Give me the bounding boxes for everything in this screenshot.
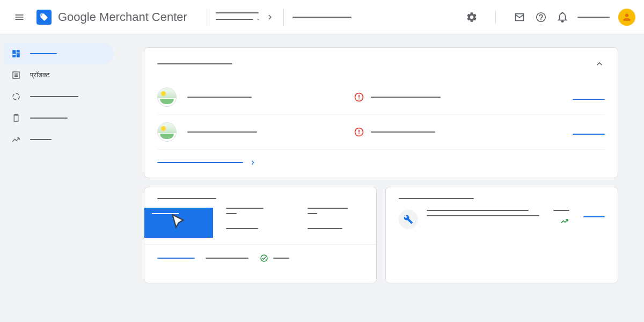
issue-row[interactable] [157,115,605,150]
hamburger-icon [14,12,25,23]
sidebar-item-growth[interactable] [4,129,114,150]
sidebar-item-diagnostics[interactable] [4,86,114,107]
issue-name [187,97,252,98]
stats-card [144,187,377,283]
help-button[interactable] [535,11,547,24]
issue-name [187,131,257,133]
error-icon [354,92,364,103]
trending-up-icon [11,134,21,145]
issue-row[interactable] [157,80,605,115]
help-icon [535,11,547,23]
card-title [157,198,216,199]
app-logo [36,10,52,25]
stat-value [226,213,237,214]
svg-point-4 [261,255,267,261]
chevron-up-icon [594,58,605,69]
sidebar-item-label [30,96,78,97]
header-text [292,17,352,18]
mail-button[interactable] [513,11,526,24]
status-text [273,258,289,259]
settings-button[interactable] [465,11,478,24]
issue-action-link[interactable] [573,99,605,100]
svg-point-0 [537,12,546,21]
insight-meta [553,210,569,211]
user-avatar[interactable] [618,9,635,26]
tag-icon [40,13,48,21]
divider [495,11,496,24]
sidebar-item-label [30,139,52,140]
issue-action-link[interactable] [573,134,605,135]
stat-label [308,208,348,209]
bell-icon [557,11,568,23]
gear-icon [466,11,478,23]
sidebar-item-label: प्रॉडक्ट [30,71,49,79]
insights-card [385,187,618,283]
issue-description [371,131,435,133]
error-icon [354,127,364,137]
highlighted-tile[interactable] [144,208,213,238]
tool-avatar [399,210,418,229]
app-title: Google Merchant Center [58,10,187,24]
notifications-button[interactable] [556,11,569,24]
check-circle-icon [259,253,269,263]
card-title [157,63,232,64]
sidebar-item-marketing[interactable] [4,107,114,129]
stats-text [206,258,248,259]
divider [283,9,284,26]
clipboard-icon [11,113,21,123]
caret-down-icon [255,17,261,22]
user-name [577,17,610,18]
chevron-right-icon [248,158,257,167]
sidebar-item-products[interactable]: प्रॉडक्ट [4,64,114,86]
view-all-link[interactable] [157,150,605,167]
circle-dash-icon [11,91,21,102]
cursor-icon [168,212,189,233]
trending-up-icon [560,216,569,226]
card-title [399,198,474,199]
person-icon [621,12,632,23]
issues-card [144,47,618,178]
divider [207,9,207,26]
stat-label [226,208,264,209]
sidebar-item-label [30,53,57,54]
mail-icon [514,11,525,23]
stat-label [226,228,258,229]
collapse-button[interactable] [594,58,605,69]
app-header: Google Merchant Center [0,0,644,34]
account-switcher[interactable] [216,12,275,22]
stats-link[interactable] [157,258,195,259]
main-content [118,34,644,322]
stat-label [308,228,342,229]
dashboard-icon [11,48,21,59]
issue-description [371,97,441,98]
product-thumbnail [157,122,177,142]
menu-button[interactable] [9,6,30,28]
insight-title [427,210,529,211]
product-thumbnail [157,87,177,107]
chevron-right-icon [265,12,275,22]
sidebar-item-overview[interactable] [4,43,114,64]
insight-link[interactable] [583,216,605,217]
insight-description [427,215,539,216]
sidebar-item-label [30,118,68,119]
wrench-icon [404,215,413,224]
list-icon [11,70,21,80]
sidebar: प्रॉडक्ट [0,34,118,322]
svg-point-1 [13,93,19,100]
stat-value [308,213,317,214]
insight-row[interactable] [386,210,618,229]
